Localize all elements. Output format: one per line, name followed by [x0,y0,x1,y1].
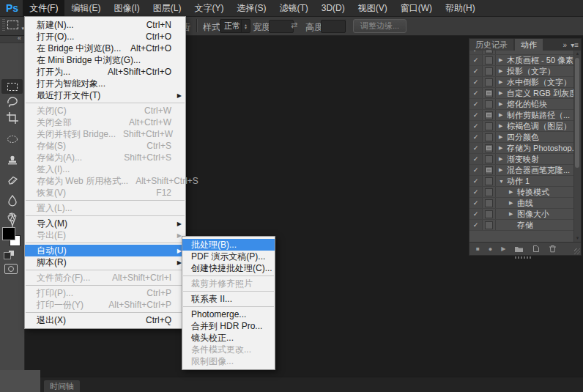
menu-item[interactable]: 在 Mini Bridge 中浏览(G)... [25,54,185,66]
menubar-item[interactable]: 图层(L) [146,0,188,16]
toggle-item-checkbox[interactable]: ✓ [469,165,483,175]
style-select[interactable]: 正常 ▲ ▼ [220,19,250,33]
menu-item[interactable]: 脚本(R)▶ [25,256,185,268]
width-input[interactable] [269,20,294,33]
tool-lasso[interactable] [1,95,23,109]
action-row[interactable]: ✓▶熔化的铅块 [469,99,574,110]
toggle-dialog-cell[interactable] [483,220,496,230]
menu-item[interactable]: 文件简介(F)...Alt+Shift+Ctrl+I [25,272,185,284]
menu-item[interactable]: 打开为...Alt+Shift+Ctrl+O [25,66,185,78]
expand-arrow-icon[interactable]: ▶ [499,57,507,63]
quick-mask-icon[interactable] [4,264,18,274]
menu-item[interactable]: 导入(M)▶ [25,218,185,229]
menu-item[interactable]: 恢复(V)F12 [25,187,185,199]
action-row[interactable]: ✓存储 [469,220,574,231]
menubar-item[interactable]: 选择(S) [230,0,272,16]
toggle-dialog-cell[interactable] [483,99,496,109]
menubar-item[interactable]: 滤镜(T) [272,0,314,16]
toggle-dialog-cell[interactable] [483,110,496,120]
toggle-item-checkbox[interactable]: ✓ [469,66,483,76]
action-row[interactable]: ✓▶图像大小 [469,209,574,220]
menu-item[interactable]: Photomerge... [182,308,275,320]
toggle-item-checkbox[interactable]: ✓ [469,55,483,65]
menu-item[interactable]: 关闭全部Alt+Ctrl+W [25,117,185,128]
default-colors-icon[interactable] [4,251,14,259]
delete-button[interactable] [549,245,557,253]
menubar-item[interactable]: 3D(D) [315,0,352,16]
tab-timeline[interactable]: 时间轴 [44,380,80,392]
action-row-body[interactable]: ▶渐变映射 [496,154,574,164]
menu-item[interactable]: 最近打开文件(T)▶ [25,89,185,101]
action-row-body[interactable]: ▶投影（文字） [496,66,574,76]
menu-item[interactable]: 限制图像... [182,355,275,367]
action-row-body[interactable]: ▶水中倒影（文字） [496,77,574,87]
tool-clone-stamp[interactable] [1,152,23,167]
action-row-body[interactable] [496,51,574,54]
toggle-item-checkbox[interactable]: ✓ [469,220,483,230]
tool-crop[interactable] [1,111,23,125]
menu-item[interactable]: 置入(L)... [25,202,185,214]
tool-eraser[interactable] [1,173,23,188]
collapse-arrow-icon[interactable]: ▼ [499,179,507,184]
action-row[interactable]: ✓▶投影（文字） [469,66,574,77]
toggle-item-checkbox[interactable]: ✓ [469,110,483,120]
menu-item[interactable]: 存储为 Web 所用格式...Alt+Shift+Ctrl+S [25,175,185,187]
toggle-dialog-cell[interactable] [483,165,496,175]
scroll-up-icon[interactable]: ▲ [574,51,581,57]
action-row-body[interactable]: 存储 [496,220,574,230]
menu-item[interactable]: 条件模式更改... [182,344,275,355]
collapse-panel-icon[interactable]: » [563,41,568,49]
play-button[interactable]: ▶ [501,245,505,252]
action-row[interactable]: ✓▶制作剪贴路径（... [469,110,574,121]
action-row-body[interactable]: ▶混合器画笔克隆... [496,165,574,175]
menubar-item[interactable]: 文字(Y) [187,0,230,16]
swap-dimensions-icon[interactable]: ⇄ [291,21,297,30]
menu-item[interactable]: 关闭(C)Ctrl+W [25,105,185,117]
toggle-item-checkbox[interactable]: ✓ [469,99,483,109]
toggle-item-checkbox[interactable]: ✓ [469,154,483,164]
menubar-item[interactable]: 视图(V) [352,0,394,16]
action-row[interactable]: ✓▼动作 1 [469,176,574,187]
toggle-dialog-cell[interactable] [483,209,496,219]
action-row[interactable]: ✓▶棕褐色调（图层） [469,121,574,132]
toggle-item-checkbox[interactable]: ✓ [469,187,483,197]
menu-item[interactable]: 批处理(B)... [182,239,275,251]
menu-item[interactable]: 打印一份(Y)Alt+Shift+Ctrl+P [25,299,185,311]
action-row[interactable]: ✓▶水中倒影（文字） [469,77,574,88]
menu-item[interactable]: 镜头校正... [182,332,275,344]
toggle-dialog-cell[interactable] [483,176,496,186]
action-row[interactable]: ✓▶渐变映射 [469,154,574,165]
menubar-item[interactable]: 窗口(W) [394,0,439,16]
expand-arrow-icon[interactable]: ▶ [499,101,507,107]
toggle-dialog-cell[interactable] [483,77,496,87]
toggle-dialog-cell[interactable] [483,121,496,131]
action-row-body[interactable]: ▶转换模式 [496,187,574,197]
toggle-item-checkbox[interactable]: ✓ [469,209,483,219]
toggle-dialog-cell[interactable] [483,187,496,197]
tool-preset-picker[interactable]: ▾ [7,19,24,32]
toggle-item-checkbox[interactable]: ✓ [469,121,483,131]
action-row-body[interactable]: ▶棕褐色调（图层） [496,121,574,131]
action-row-body[interactable]: ▼动作 1 [496,176,574,186]
expand-arrow-icon[interactable]: ▶ [509,211,517,217]
menubar-item[interactable]: 文件(F) [23,0,64,16]
action-row[interactable]: ✓▶四分颜色 [469,132,574,143]
refine-edge-button[interactable]: 调整边缘... [353,19,406,33]
action-row-body[interactable]: ▶曲线 [496,198,574,208]
expand-arrow-icon[interactable]: ▶ [499,167,507,173]
expand-arrow-icon[interactable]: ▶ [499,145,507,151]
height-input[interactable] [321,20,346,33]
toggle-dialog-cell[interactable] [483,198,496,208]
action-row[interactable]: ✓▶自定义 RGB 到灰度 [469,88,574,99]
action-row-body[interactable]: ▶制作剪贴路径（... [496,110,574,120]
panel-resize-grip[interactable] [574,248,580,254]
menu-item[interactable]: 联系表 II... [182,293,275,305]
toggle-dialog-cell[interactable] [483,132,496,142]
action-row-body[interactable]: ▶木质画框 - 50 像素 [496,55,574,65]
toggle-dialog-cell[interactable] [483,88,496,98]
action-row[interactable]: ✓▶存储为 Photoshop... [469,143,574,154]
menu-item[interactable]: 退出(X)Ctrl+Q [25,314,185,326]
menu-item[interactable]: 创建快捷批处理(C)... [182,262,275,274]
tab-actions[interactable]: 动作 [515,39,543,51]
menubar-item[interactable]: 编辑(E) [64,0,107,16]
